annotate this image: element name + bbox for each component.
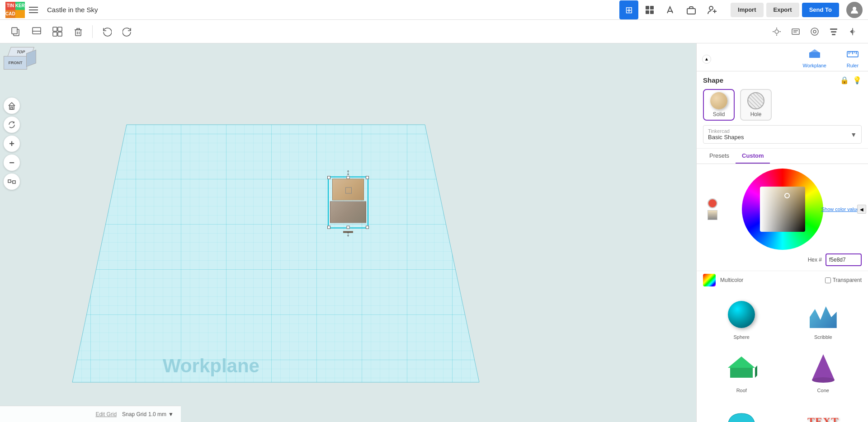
shape-item-scribble[interactable]: Scribble	[785, 294, 862, 342]
delete-button[interactable]	[70, 23, 87, 40]
svg-rect-32	[830, 28, 837, 30]
canvas-area[interactable]: Workplane TOP FRONT	[0, 43, 696, 422]
solid-icon	[710, 92, 727, 109]
hole-button[interactable]: Hole	[740, 89, 772, 121]
grid-view-button[interactable]: ⊞	[619, 0, 638, 19]
handle-bl[interactable]	[327, 225, 330, 229]
shape-item-roof[interactable]: Roof	[703, 347, 780, 396]
cube-front[interactable]: FRONT	[4, 56, 27, 70]
scribble-thumbnail	[805, 296, 841, 333]
redo-button[interactable]	[119, 23, 136, 40]
ruler-tab-label: Ruler	[847, 63, 859, 68]
group-button[interactable]	[49, 23, 66, 40]
rotate-handle-top[interactable]: ↕	[346, 167, 350, 177]
color-expand-button[interactable]: ◀	[857, 205, 866, 214]
svg-rect-20	[75, 30, 81, 36]
zoom-in-button[interactable]: +	[4, 136, 20, 152]
custom-tab[interactable]: Custom	[736, 149, 770, 164]
light-button[interactable]	[769, 23, 785, 40]
selected-object[interactable]: ↕ ↕	[328, 176, 368, 228]
bulb-icon[interactable]: 💡	[853, 76, 862, 84]
svg-marker-36	[850, 29, 853, 34]
add-person-button[interactable]	[703, 0, 722, 19]
shape-lib-name: Basic Shapes	[708, 134, 744, 141]
workplane-tab[interactable]: Workplane	[799, 47, 830, 71]
handle-bm[interactable]	[347, 225, 350, 229]
multicolor-label: Multicolor	[720, 277, 743, 283]
svg-rect-45	[13, 181, 15, 183]
svg-rect-19	[58, 32, 62, 36]
edit-grid-link[interactable]: Edit Grid	[95, 411, 117, 417]
svg-rect-8	[687, 9, 695, 14]
rotate-button[interactable]	[4, 117, 20, 133]
ruler-tab[interactable]: Ruler	[843, 47, 863, 71]
hamburger-icon[interactable]	[29, 5, 38, 14]
shape-library-selector[interactable]: Tinkercad Basic Shapes ▼	[703, 125, 862, 144]
home-button[interactable]	[4, 98, 20, 114]
align-button[interactable]	[826, 23, 842, 40]
panel-collapse-button[interactable]: ▲	[702, 55, 711, 64]
handle-tr[interactable]	[366, 176, 369, 179]
shape-center-mark	[345, 187, 352, 193]
undo-button[interactable]	[98, 23, 115, 40]
view-cube[interactable]: TOP FRONT	[4, 47, 40, 92]
shape-item-cone[interactable]: Cone	[785, 347, 862, 396]
svg-rect-16	[53, 27, 57, 31]
shape-item-torus[interactable]: Torus	[703, 400, 780, 422]
left-tools: + −	[4, 98, 20, 190]
tinker-button[interactable]	[661, 0, 680, 19]
color-tabs: Presets Custom	[697, 149, 868, 164]
scribble-shape	[810, 301, 837, 328]
svg-point-9	[709, 6, 713, 10]
mirror-button[interactable]	[844, 23, 861, 40]
snap-grid-arrow[interactable]: ▼	[168, 411, 174, 417]
canvas-3d-objects[interactable]: ↕ ↕	[328, 176, 368, 228]
shape-panel-header: Shape 🔒 💡	[703, 76, 862, 84]
measure-button[interactable]	[807, 23, 823, 40]
cube-right[interactable]	[26, 50, 36, 67]
svg-rect-47	[809, 52, 820, 58]
svg-rect-41	[72, 125, 479, 382]
right-panel: ▲ Workplane Ruler Shape 🔒 💡	[696, 43, 868, 422]
zoom-out-button[interactable]: −	[4, 155, 20, 171]
hex-input[interactable]	[826, 253, 862, 266]
briefcase-button[interactable]	[682, 0, 701, 19]
solid-label: Solid	[713, 111, 725, 117]
shape-item-sphere[interactable]: Sphere	[703, 294, 780, 342]
fit-button[interactable]	[4, 173, 20, 190]
shape-item-text3d[interactable]: TEXT Text	[785, 400, 862, 422]
lock-icon[interactable]: 🔒	[840, 76, 849, 84]
copy-button[interactable]	[7, 23, 24, 40]
svg-rect-15	[33, 28, 41, 34]
color-wheel-container[interactable]: Show color values ◀	[703, 169, 862, 250]
handle-tl[interactable]	[327, 176, 330, 179]
color-preview-red	[708, 198, 717, 208]
user-avatar[interactable]	[846, 2, 863, 18]
color-wheel-pointer[interactable]	[784, 193, 790, 198]
roof-thumbnail	[723, 350, 760, 386]
transparent-checkbox[interactable]	[825, 277, 831, 283]
shape-panel-icons: 🔒 💡	[840, 76, 862, 84]
workplane-button[interactable]	[28, 23, 45, 40]
svg-rect-2	[29, 12, 38, 13]
gallery-button[interactable]	[640, 0, 659, 19]
notes-button[interactable]	[788, 23, 804, 40]
handle-br[interactable]	[366, 225, 369, 229]
import-button[interactable]: Import	[731, 3, 763, 17]
view-cube-box[interactable]: TOP FRONT	[4, 47, 38, 81]
svg-rect-5	[646, 10, 649, 14]
presets-tab[interactable]: Presets	[703, 149, 736, 164]
color-wheel[interactable]	[742, 169, 823, 250]
send-to-button[interactable]: Send To	[802, 3, 839, 17]
svg-marker-55	[728, 356, 755, 368]
cone-label: Cone	[817, 388, 829, 393]
color-wheel-inner[interactable]	[760, 187, 805, 232]
show-color-values-link[interactable]: Show color values	[821, 206, 862, 212]
transparent-option[interactable]: Transparent	[825, 277, 862, 283]
svg-marker-58	[812, 354, 835, 380]
rotate-handle-bot[interactable]: ↕	[346, 229, 350, 238]
tinkercad-logo[interactable]: TINKERCAD	[5, 2, 22, 18]
solid-button[interactable]: Solid	[703, 89, 735, 121]
project-title: Castle in the Sky	[47, 6, 98, 14]
export-button[interactable]: Export	[766, 3, 799, 17]
